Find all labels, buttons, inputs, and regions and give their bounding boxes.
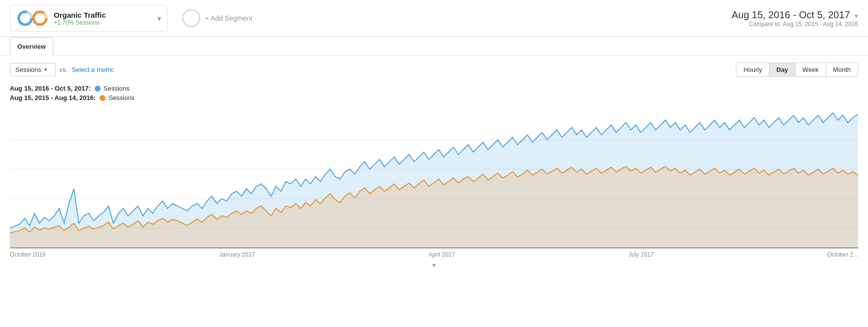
legend-dot-orange bbox=[100, 95, 105, 101]
legend-date-1: Aug 15, 2016 - Oct 5, 2017: bbox=[10, 85, 91, 92]
tab-overview[interactable]: Overview bbox=[10, 37, 53, 56]
date-range-compare: Compare to: Aug 15, 2015 - Aug 14, 2016 bbox=[731, 21, 858, 28]
compare-prefix: Compare to: bbox=[749, 21, 782, 28]
chart-controls: Sessions ▾ vs. Select a metric Hourly Da… bbox=[0, 56, 868, 81]
orange-donut-icon bbox=[31, 9, 49, 27]
chart-svg bbox=[10, 110, 858, 248]
date-range-main: Aug 15, 2016 - Oct 5, 2017 ▾ bbox=[731, 9, 858, 21]
segment-title: Organic Traffic bbox=[54, 11, 153, 19]
metric-label: Sessions bbox=[15, 66, 41, 73]
month-button[interactable]: Month bbox=[826, 63, 858, 76]
scrollbar-area[interactable]: ▾ bbox=[0, 258, 868, 271]
segment-selector[interactable]: Organic Traffic +1.70% Sessions ▾ bbox=[10, 5, 168, 32]
date-range-selector[interactable]: Aug 15, 2016 - Oct 5, 2017 ▾ Compare to:… bbox=[731, 9, 858, 28]
x-axis: October 2016 January 2017 April 2017 Jul… bbox=[0, 248, 868, 258]
week-button[interactable]: Week bbox=[796, 63, 826, 76]
segment-icons bbox=[16, 9, 49, 27]
time-period-buttons: Hourly Day Week Month bbox=[736, 63, 858, 77]
segment-chevron-icon: ▾ bbox=[157, 14, 161, 23]
date-range-main-text: Aug 15, 2016 - Oct 5, 2017 bbox=[731, 9, 850, 20]
legend-metric-2: Sessions bbox=[108, 94, 135, 101]
date-range-chevron-icon: ▾ bbox=[855, 12, 858, 20]
metric-dropdown[interactable]: Sessions ▾ bbox=[10, 63, 56, 76]
x-label-5: October 2... bbox=[827, 251, 858, 258]
tabs-bar: Overview bbox=[0, 37, 868, 56]
hourly-button[interactable]: Hourly bbox=[736, 63, 769, 76]
compare-date: Aug 15, 2015 - Aug 14, 2016 bbox=[783, 21, 858, 28]
legend-date-2: Aug 15, 2015 - Aug 14, 2016: bbox=[10, 94, 96, 101]
legend-row-1: Aug 15, 2016 - Oct 5, 2017: Sessions bbox=[10, 85, 858, 92]
x-label-3: April 2017 bbox=[428, 251, 455, 258]
chart-legend: Aug 15, 2016 - Oct 5, 2017: Sessions Aug… bbox=[0, 81, 868, 105]
chart-area bbox=[10, 110, 858, 248]
day-button[interactable]: Day bbox=[769, 63, 796, 76]
top-bar: Organic Traffic +1.70% Sessions ▾ + Add … bbox=[0, 0, 868, 37]
add-segment-circle-icon bbox=[182, 9, 200, 27]
segment-info: Organic Traffic +1.70% Sessions bbox=[54, 11, 153, 26]
x-label-1: October 2016 bbox=[10, 251, 46, 258]
metric-chevron-icon: ▾ bbox=[44, 66, 47, 73]
add-segment-label: + Add Segment bbox=[205, 14, 252, 22]
legend-row-2: Aug 15, 2015 - Aug 14, 2016: Sessions bbox=[10, 94, 858, 101]
legend-dot-blue bbox=[95, 86, 101, 92]
legend-metric-1: Sessions bbox=[104, 85, 130, 92]
x-label-2: January 2017 bbox=[219, 251, 255, 258]
vs-label: vs. bbox=[60, 66, 68, 73]
segment-sessions: +1.70% Sessions bbox=[54, 19, 153, 26]
add-segment-button[interactable]: + Add Segment bbox=[182, 9, 252, 27]
scrollbar-chevron-icon[interactable]: ▾ bbox=[432, 261, 436, 269]
select-metric-link[interactable]: Select a metric bbox=[71, 66, 114, 73]
x-label-4: July 2017 bbox=[628, 251, 654, 258]
